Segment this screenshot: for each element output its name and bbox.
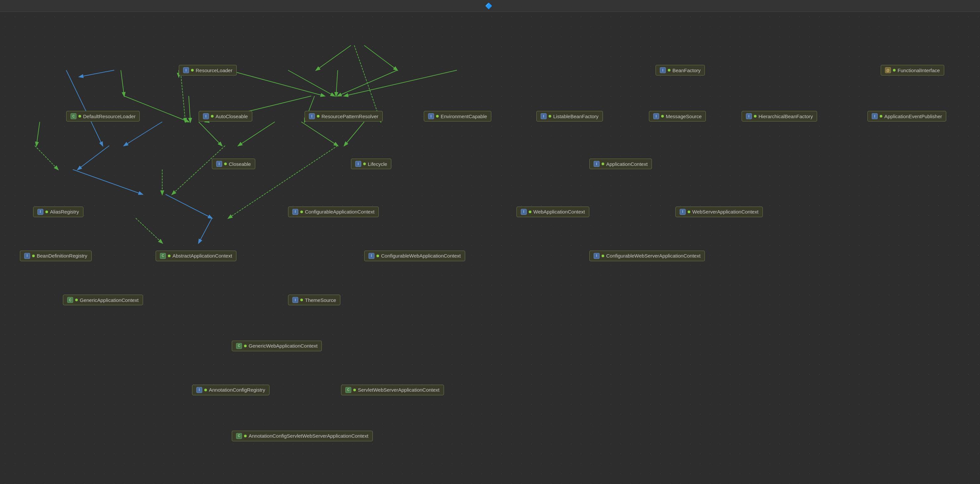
node-label-ApplicationEventPublisher: ApplicationEventPublisher [884, 113, 942, 119]
svg-line-26 [73, 169, 142, 194]
svg-line-29 [165, 194, 212, 218]
node-label-AliasRegistry: AliasRegistry [50, 209, 79, 215]
node-icon-ApplicationContext: I [593, 161, 600, 167]
svg-line-31 [199, 218, 212, 243]
node-label-ResourcePatternResolver: ResourcePatternResolver [321, 113, 379, 119]
node-label-ServletWebServerApplicationContext: ServletWebServerApplicationContext [358, 387, 440, 393]
node-ThemeSource[interactable]: IThemeSource [288, 295, 340, 305]
node-ApplicationEventPublisher[interactable]: IApplicationEventPublisher [867, 111, 946, 121]
node-icon-ServletWebServerApplicationContext: C [345, 387, 351, 393]
node-AbstractApplicationContext[interactable]: CAbstractApplicationContext [156, 251, 236, 261]
svg-line-6 [336, 70, 338, 96]
node-AutoCloseable[interactable]: IAutoCloseable [199, 111, 252, 121]
node-icon-BeanDefinitionRegistry: I [24, 253, 30, 259]
node-icon-ConfigurableApplicationContext: I [292, 209, 298, 215]
node-icon-FunctionalInterface: @ [885, 67, 891, 73]
node-AliasRegistry[interactable]: IAliasRegistry [33, 207, 83, 217]
node-label-BeanDefinitionRegistry: BeanDefinitionRegistry [37, 253, 88, 259]
node-dot-ConfigurableWebApplicationContext [376, 255, 379, 257]
node-Closeable[interactable]: ICloseable [212, 159, 255, 169]
node-icon-ResourcePatternResolver: I [309, 113, 315, 119]
node-icon-AutoCloseable: I [203, 113, 209, 119]
node-label-Closeable: Closeable [229, 161, 251, 167]
node-ConfigurableWebServerApplicationContext[interactable]: IConfigurableWebServerApplicationContext [589, 251, 705, 261]
title-icon: 🔷 [485, 2, 492, 10]
arrows-svg [0, 12, 980, 484]
node-ConfigurableApplicationContext[interactable]: IConfigurableApplicationContext [288, 207, 379, 217]
node-icon-ThemeSource: I [292, 297, 298, 303]
svg-line-1 [80, 70, 114, 77]
node-label-Lifecycle: Lifecycle [368, 161, 387, 167]
node-dot-ResourcePatternResolver [317, 115, 320, 118]
node-ResourcePatternResolver[interactable]: IResourcePatternResolver [305, 111, 383, 121]
node-dot-ThemeSource [300, 299, 303, 301]
node-icon-GenericWebApplicationContext: C [236, 343, 242, 349]
node-HierarchicalBeanFactory[interactable]: IHierarchicalBeanFactory [741, 111, 817, 121]
node-label-AbstractApplicationContext: AbstractApplicationContext [172, 253, 232, 259]
svg-line-5 [288, 70, 334, 96]
node-AnnotationConfigRegistry[interactable]: IAnnotationConfigRegistry [192, 385, 269, 395]
node-ResourceLoader[interactable]: IResourceLoader [179, 65, 237, 75]
node-EnvironmentCapable[interactable]: IEnvironmentCapable [424, 111, 491, 121]
node-icon-ConfigurableWebServerApplicationContext: I [593, 253, 600, 259]
node-ServletWebServerApplicationContext[interactable]: CServletWebServerApplicationContext [341, 385, 444, 395]
node-icon-EnvironmentCapable: I [428, 113, 434, 119]
node-ConfigurableWebApplicationContext[interactable]: IConfigurableWebApplicationContext [364, 251, 465, 261]
node-dot-ConfigurableWebServerApplicationContext [601, 255, 604, 257]
node-label-ConfigurableWebServerApplicationContext: ConfigurableWebServerApplicationContext [606, 253, 700, 259]
node-GenericWebApplicationContext[interactable]: CGenericWebApplicationContext [232, 341, 322, 351]
svg-line-15 [239, 122, 275, 146]
node-DefaultResourceLoader[interactable]: CDefaultResourceLoader [66, 111, 140, 121]
node-WebServerApplicationContext[interactable]: IWebServerApplicationContext [675, 207, 763, 217]
node-MessageSource[interactable]: IMessageSource [649, 111, 706, 121]
node-AnnotationConfigServletWebServerApplicationContext[interactable]: CAnnotationConfigServletWebServerApplica… [232, 431, 373, 441]
node-icon-AbstractApplicationContext: C [160, 253, 166, 259]
svg-line-16 [199, 122, 222, 146]
node-icon-ApplicationEventPublisher: I [872, 113, 878, 119]
node-FunctionalInterface[interactable]: @FunctionalInterface [881, 65, 944, 75]
node-BeanFactory[interactable]: IBeanFactory [655, 65, 705, 75]
node-ListableBeanFactory[interactable]: IListableBeanFactory [536, 111, 603, 121]
title-bar: 🔷 [0, 0, 980, 12]
node-label-GenericApplicationContext: GenericApplicationContext [80, 297, 139, 303]
node-label-ConfigurableWebApplicationContext: ConfigurableWebApplicationContext [381, 253, 461, 259]
svg-line-24 [66, 70, 103, 146]
node-label-DefaultResourceLoader: DefaultResourceLoader [83, 113, 135, 119]
node-icon-HierarchicalBeanFactory: I [746, 113, 752, 119]
svg-line-3 [364, 45, 397, 70]
node-label-GenericWebApplicationContext: GenericWebApplicationContext [249, 343, 318, 349]
node-icon-ListableBeanFactory: I [541, 113, 547, 119]
node-label-ThemeSource: ThemeSource [305, 297, 336, 303]
svg-line-20 [37, 122, 40, 146]
node-label-ApplicationContext: ApplicationContext [606, 161, 648, 167]
node-WebApplicationContext[interactable]: IWebApplicationContext [517, 207, 589, 217]
node-icon-AnnotationConfigRegistry: I [196, 387, 202, 393]
node-dot-BeanFactory [668, 69, 670, 72]
node-label-MessageSource: MessageSource [666, 113, 702, 119]
node-label-ConfigurableApplicationContext: ConfigurableApplicationContext [305, 209, 374, 215]
node-icon-Closeable: I [216, 161, 222, 167]
svg-line-13 [189, 96, 190, 122]
node-label-AnnotationConfigRegistry: AnnotationConfigRegistry [209, 387, 265, 393]
node-icon-ConfigurableWebApplicationContext: I [369, 253, 374, 259]
node-dot-FunctionalInterface [893, 69, 896, 72]
node-dot-Closeable [224, 162, 227, 165]
node-dot-WebApplicationContext [529, 210, 531, 213]
node-dot-AliasRegistry [45, 210, 48, 213]
node-Lifecycle[interactable]: ILifecycle [351, 159, 391, 169]
node-dot-AnnotationConfigRegistry [204, 388, 207, 391]
node-icon-WebServerApplicationContext: I [680, 209, 686, 215]
svg-line-9 [344, 70, 457, 96]
node-dot-WebServerApplicationContext [688, 210, 690, 213]
node-BeanDefinitionRegistry[interactable]: IBeanDefinitionRegistry [20, 251, 92, 261]
node-label-ResourceLoader: ResourceLoader [196, 67, 232, 73]
svg-line-30 [136, 218, 162, 243]
node-ApplicationContext[interactable]: IApplicationContext [589, 159, 652, 169]
diagram-area: IResourceLoaderIBeanFactory@FunctionalIn… [0, 12, 980, 484]
node-icon-AnnotationConfigServletWebServerApplicationContext: C [236, 433, 242, 439]
node-dot-HierarchicalBeanFactory [754, 115, 757, 118]
node-icon-WebApplicationContext: I [521, 209, 527, 215]
node-GenericApplicationContext[interactable]: CGenericApplicationContext [63, 295, 143, 305]
node-label-FunctionalInterface: FunctionalInterface [897, 67, 940, 73]
svg-line-25 [172, 146, 225, 194]
